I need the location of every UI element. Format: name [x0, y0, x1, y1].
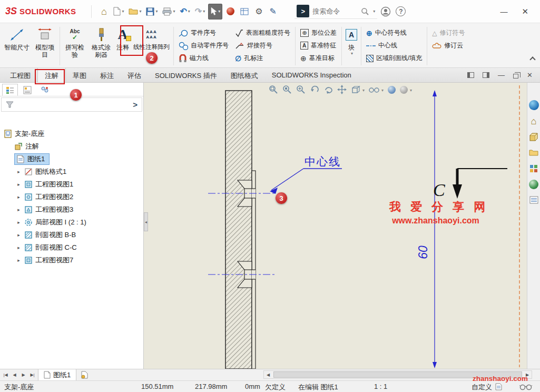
zoom-area-button[interactable]: [282, 85, 292, 96]
hole-callout-button[interactable]: ∅ 孔标注: [235, 52, 290, 64]
centerline-note-text[interactable]: 中心线: [305, 155, 341, 168]
last-sheet-button[interactable]: ▶|: [28, 373, 36, 377]
feature-tree-tab[interactable]: [2, 84, 18, 96]
tab-sheet-format[interactable]: 图纸格式: [224, 68, 265, 82]
tree-item-sheet-format1[interactable]: ▸ 图纸格式1: [0, 165, 143, 178]
edit-appearance-button[interactable]: [388, 86, 396, 95]
account-button[interactable]: [379, 4, 392, 19]
auto-balloon-button[interactable]: 自动零件序号: [179, 40, 229, 52]
redo-button[interactable]: ↷ ▾: [193, 4, 207, 19]
pan-button[interactable]: [337, 85, 347, 96]
geometric-tolerance-button[interactable]: ⊕ 形位公差: [300, 27, 337, 39]
tab-inspection[interactable]: SOLIDWORKS Inspection: [265, 68, 358, 82]
minimize-window-icon[interactable]: —: [498, 71, 505, 79]
save-button[interactable]: ▾: [144, 4, 159, 19]
next-sheet-button[interactable]: ▶: [19, 373, 27, 377]
file-explorer-tab[interactable]: [528, 147, 539, 158]
next-window-icon[interactable]: [483, 72, 489, 78]
expand-chevron-icon[interactable]: ▸: [16, 207, 22, 212]
sketch-ink-button[interactable]: ✎: [267, 4, 279, 19]
model-items-button[interactable]: 模型项目: [32, 25, 58, 67]
tree-item-drawing-view2[interactable]: ▸ 工程图视图2: [0, 191, 143, 203]
custom-properties-tab[interactable]: [528, 194, 539, 205]
tree-item-drawing-view7[interactable]: ▸ 工程图视图7: [0, 254, 143, 267]
smart-dimension-button[interactable]: 智能尺寸: [2, 25, 32, 67]
first-sheet-button[interactable]: |◀: [2, 373, 9, 377]
centerline-note[interactable]: 中心线: [270, 155, 342, 194]
expand-chevron-icon[interactable]: ▸: [16, 169, 22, 174]
panel-flyout-arrow-icon[interactable]: >: [133, 100, 138, 109]
section-arrow-c[interactable]: C: [433, 169, 507, 200]
property-manager-tab[interactable]: [19, 84, 35, 96]
configuration-manager-tab[interactable]: [37, 84, 53, 96]
surface-finish-button[interactable]: 表面粗糙度符号: [235, 27, 290, 39]
dimension-60[interactable]: 60: [416, 90, 437, 368]
command-search[interactable]: > ▾: [294, 4, 377, 19]
open-button[interactable]: ▾: [127, 4, 143, 19]
view-settings-button[interactable]: [400, 86, 408, 95]
previous-view-button[interactable]: [310, 85, 319, 96]
expand-chevron-icon[interactable]: ▸: [16, 245, 22, 250]
scroll-left-icon[interactable]: ◀: [264, 373, 272, 377]
tree-item-drawing-view1[interactable]: ▸ 工程图视图1: [0, 178, 143, 191]
tree-item-annotations[interactable]: 注解: [0, 140, 143, 153]
area-hatch-button[interactable]: 区域剖面线/填充: [366, 52, 422, 64]
undo-button[interactable]: ↶ ▾: [178, 4, 191, 19]
dimension-text[interactable]: 60: [416, 246, 430, 259]
tab-evaluate[interactable]: 评估: [121, 68, 148, 82]
expand-chevron-icon[interactable]: ▸: [16, 258, 22, 263]
spell-check-button[interactable]: Abc ✓ 拼写检验: [62, 25, 88, 67]
section-view-part[interactable]: [225, 91, 256, 369]
expand-chevron-icon[interactable]: ▸: [16, 232, 22, 238]
center-mark-button[interactable]: ⊕ 中心符号线: [366, 27, 422, 39]
status-units[interactable]: 自定义: [472, 383, 492, 392]
previous-window-icon[interactable]: [467, 72, 474, 78]
zoom-in-out-button[interactable]: [296, 85, 306, 96]
ribbon-collapse-button[interactable]: [531, 55, 535, 63]
sheet-tab-sheet1[interactable]: 图纸1: [38, 369, 76, 380]
tab-markup[interactable]: 标注: [93, 68, 121, 82]
close-window-icon[interactable]: ✕: [527, 71, 533, 79]
drawing-canvas[interactable]: 中心线 60 C 我 爱 分 享 网 www.zhanshaoyi.com: [144, 83, 527, 369]
panel-collapse-handle[interactable]: ◂: [144, 212, 148, 231]
tree-root[interactable]: 支架-底座: [0, 128, 143, 140]
tree-item-section-view-cc[interactable]: ▸ 剖面视图 C-C: [0, 241, 143, 254]
appearances-tab[interactable]: [528, 179, 539, 190]
view-palette-tab[interactable]: [528, 163, 539, 174]
datum-target-button[interactable]: ⊕ 基准目标: [300, 52, 337, 64]
magnetic-line-button[interactable]: 磁力线: [179, 52, 229, 64]
add-sheet-button[interactable]: [76, 369, 93, 380]
options-button[interactable]: ⚙: [252, 4, 265, 19]
revision-cloud-button[interactable]: 修订云: [432, 40, 465, 52]
design-table-button[interactable]: [238, 4, 251, 19]
help-button[interactable]: ?: [394, 4, 407, 19]
block-button[interactable]: A 块 ▾: [343, 25, 359, 67]
centerline-button[interactable]: 中心线: [366, 40, 422, 52]
tree-item-section-view-bb[interactable]: ▸ 剖面视图 B-B: [0, 229, 143, 241]
expand-chevron-icon[interactable]: ▸: [16, 220, 22, 225]
tab-sketch[interactable]: 草图: [66, 68, 93, 82]
weld-symbol-button[interactable]: 焊接符号: [235, 40, 290, 52]
resources-tab[interactable]: [528, 100, 539, 111]
tab-drawing[interactable]: 工程图: [3, 68, 37, 82]
minimize-button[interactable]: —: [493, 4, 515, 19]
home-button[interactable]: ⌂: [97, 4, 110, 19]
previous-sheet-button[interactable]: ◀: [11, 373, 18, 377]
appearance-sphere-button[interactable]: [224, 4, 237, 19]
display-style-button[interactable]: [351, 85, 360, 96]
tab-addins[interactable]: SOLIDWORKS 插件: [148, 68, 224, 82]
hide-show-items-button[interactable]: [369, 86, 379, 95]
expand-chevron-icon[interactable]: ▸: [16, 182, 22, 187]
tree-item-sheet1[interactable]: 图纸1: [0, 153, 143, 165]
close-button[interactable]: ✕: [516, 4, 534, 19]
unit-system-icon[interactable]: [495, 383, 502, 392]
select-tool-button[interactable]: ▾: [208, 4, 222, 19]
print-button[interactable]: ▾: [161, 4, 176, 19]
tree-item-detail-view[interactable]: ▸ 局部视图 I (2 : 1): [0, 216, 143, 229]
search-input[interactable]: [312, 7, 358, 15]
rotate-view-button[interactable]: [323, 85, 333, 96]
balloon-button[interactable]: 零件序号: [179, 27, 229, 39]
tags-glasses-icon[interactable]: [519, 383, 533, 392]
zoom-fit-button[interactable]: [269, 85, 278, 96]
new-document-button[interactable]: ▾: [112, 4, 125, 19]
